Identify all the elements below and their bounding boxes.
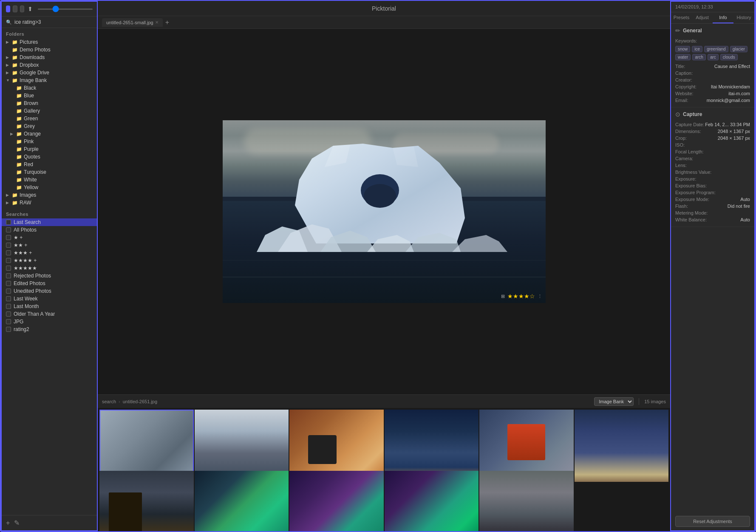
sidebar-item-demo-photos[interactable]: 📁 Demo Photos bbox=[2, 46, 97, 54]
sidebar-item-orange[interactable]: ▶ 📁 Orange bbox=[2, 130, 97, 138]
svg-point-2 bbox=[364, 184, 396, 208]
folder-label: Gallery bbox=[24, 108, 40, 114]
search-item-label: All Photos bbox=[14, 227, 37, 233]
iso-row: ISO: bbox=[675, 141, 750, 148]
main-area: Picktorial untitled-2651-small.jpg ✕ + bbox=[98, 1, 670, 531]
focal-length-row: Focal Length: bbox=[675, 148, 750, 155]
sidebar-item-dropbox[interactable]: ▶ 📁 Dropbox bbox=[2, 61, 97, 69]
view-btn-2[interactable] bbox=[13, 6, 17, 12]
pencil-icon: ✏ bbox=[675, 27, 680, 34]
keywords-row: Keywords: bbox=[675, 37, 750, 44]
collection-dropdown[interactable]: Image Bank bbox=[594, 397, 634, 406]
search-item-rating2[interactable]: rating2 bbox=[2, 325, 97, 333]
search-item-unedited[interactable]: Unedited Photos bbox=[2, 287, 97, 295]
add-button[interactable]: + bbox=[6, 519, 10, 527]
checkbox-icon bbox=[6, 319, 11, 324]
caption-label: Caption: bbox=[675, 71, 705, 76]
sidebar-item-grey[interactable]: 📁 Grey bbox=[2, 122, 97, 130]
arrow-icon: ▶ bbox=[6, 201, 10, 205]
search-item-last-week[interactable]: Last Week bbox=[2, 295, 97, 303]
tab-adjust[interactable]: Adjust bbox=[692, 12, 713, 23]
sidebar-item-images[interactable]: ▶ 📁 Images bbox=[2, 191, 97, 199]
arrow-icon: ▶ bbox=[6, 63, 10, 67]
thumbnail-9[interactable] bbox=[289, 471, 384, 531]
sidebar-item-gallery[interactable]: 📁 Gallery bbox=[2, 107, 97, 115]
sidebar-item-raw[interactable]: ▶ 📁 RAW bbox=[2, 199, 97, 207]
main-tab[interactable]: untitled-2651-small.jpg ✕ bbox=[102, 18, 163, 27]
thumbnails-grid bbox=[98, 408, 670, 531]
view-btn-3[interactable] bbox=[20, 6, 24, 12]
sidebar-item-white[interactable]: 📁 White bbox=[2, 176, 97, 184]
search-item-all-photos[interactable]: All Photos bbox=[2, 226, 97, 234]
add-tab-button[interactable]: + bbox=[165, 19, 169, 26]
arrow-icon: ▶ bbox=[6, 40, 10, 44]
search-item-label: JPG bbox=[14, 319, 23, 325]
folder-label: White bbox=[24, 177, 37, 183]
search-item-label: ★★★★★ bbox=[14, 265, 37, 271]
crop-row: Crop: 2048 × 1367 px bbox=[675, 135, 750, 141]
breadcrumb: search › untitled-2651.jpg bbox=[102, 399, 157, 404]
sidebar-item-google-drive[interactable]: ▶ 📁 Google Drive bbox=[2, 69, 97, 76]
sidebar-item-brown[interactable]: 📁 Brown bbox=[2, 99, 97, 107]
exposure-mode-value: Auto bbox=[740, 197, 750, 202]
sidebar-item-turquoise[interactable]: 📁 Turquoise bbox=[2, 168, 97, 176]
search-item-star1[interactable]: ★ + bbox=[2, 234, 97, 241]
close-icon[interactable]: ✕ bbox=[155, 20, 159, 25]
search-item-edited[interactable]: Edited Photos bbox=[2, 280, 97, 287]
sidebar-item-image-bank[interactable]: ▼ 📁 Image Bank bbox=[2, 76, 97, 84]
sidebar-item-pink[interactable]: 📁 Pink bbox=[2, 138, 97, 145]
search-icon: 🔍 bbox=[6, 20, 12, 25]
share-button[interactable]: ⬆ bbox=[28, 5, 33, 13]
folder-icon: 📁 bbox=[12, 78, 18, 83]
sidebar-item-quotes[interactable]: 📁 Quotes bbox=[2, 153, 97, 161]
thumbnail-8[interactable] bbox=[195, 471, 289, 531]
tab-history[interactable]: History bbox=[733, 12, 754, 23]
search-item-last-search[interactable]: Last Search bbox=[2, 218, 97, 226]
search-item-label: Older Than A Year bbox=[14, 311, 55, 317]
search-item-star4[interactable]: ★★★★ + bbox=[2, 257, 97, 264]
thumbnail-6[interactable] bbox=[575, 410, 669, 482]
search-item-rejected[interactable]: Rejected Photos bbox=[2, 272, 97, 280]
search-item-jpg[interactable]: JPG bbox=[2, 318, 97, 325]
sidebar-item-pictures[interactable]: ▶ 📁 Pictures bbox=[2, 38, 97, 46]
sidebar-item-red[interactable]: 📁 Red bbox=[2, 161, 97, 168]
app-title: Picktorial bbox=[102, 5, 666, 12]
search-input[interactable] bbox=[14, 19, 93, 25]
right-panel: 14/02/2019, 12:33 Presets Adjust Info Hi… bbox=[670, 1, 755, 531]
title-row: Title: Cause and Effect bbox=[675, 63, 750, 70]
edit-button[interactable]: ✎ bbox=[14, 519, 20, 527]
svg-marker-8 bbox=[367, 235, 414, 252]
view-btn-1[interactable] bbox=[6, 6, 10, 12]
sidebar-item-purple[interactable]: 📁 Purple bbox=[2, 145, 97, 153]
reset-adjustments-button[interactable]: Reset Adjustments bbox=[675, 516, 750, 527]
search-item-star3[interactable]: ★★★ + bbox=[2, 249, 97, 257]
arrow-icon: ▶ bbox=[6, 71, 10, 75]
folder-label: Google Drive bbox=[20, 70, 49, 76]
iso-label: ISO: bbox=[675, 142, 705, 147]
folder-icon: 📁 bbox=[16, 162, 22, 167]
copyright-label: Copyright: bbox=[675, 84, 705, 89]
general-section: ✏ General Keywords: snow ice greenland g… bbox=[671, 24, 754, 108]
folder-icon: 📁 bbox=[12, 62, 18, 68]
sidebar-item-downloads[interactable]: ▶ 📁 Downloads bbox=[2, 54, 97, 61]
thumbnail-11[interactable] bbox=[479, 471, 574, 531]
folder-label: Yellow bbox=[24, 184, 38, 190]
tab-presets[interactable]: Presets bbox=[671, 12, 692, 23]
sidebar-item-blue[interactable]: 📁 Blue bbox=[2, 92, 97, 99]
search-item-last-month[interactable]: Last Month bbox=[2, 303, 97, 310]
zoom-slider[interactable] bbox=[38, 8, 93, 10]
sidebar-item-black[interactable]: 📁 Black bbox=[2, 84, 97, 92]
search-item-star2[interactable]: ★★ + bbox=[2, 241, 97, 249]
folder-icon: 📁 bbox=[16, 124, 22, 129]
thumbnail-7[interactable] bbox=[99, 471, 194, 531]
photo-star-rating[interactable]: ★★★★☆ bbox=[507, 293, 535, 300]
sidebar-item-yellow[interactable]: 📁 Yellow bbox=[2, 184, 97, 191]
tab-info[interactable]: Info bbox=[713, 12, 733, 23]
lens-row: Lens: bbox=[675, 162, 750, 169]
search-item-older-than-year[interactable]: Older Than A Year bbox=[2, 310, 97, 318]
thumbnail-10[interactable] bbox=[385, 471, 479, 531]
checkbox-icon bbox=[6, 289, 11, 294]
sidebar-item-green[interactable]: 📁 Green bbox=[2, 115, 97, 122]
search-item-star5[interactable]: ★★★★★ bbox=[2, 264, 97, 272]
dimensions-row: Dimensions: 2048 × 1367 px bbox=[675, 128, 750, 135]
